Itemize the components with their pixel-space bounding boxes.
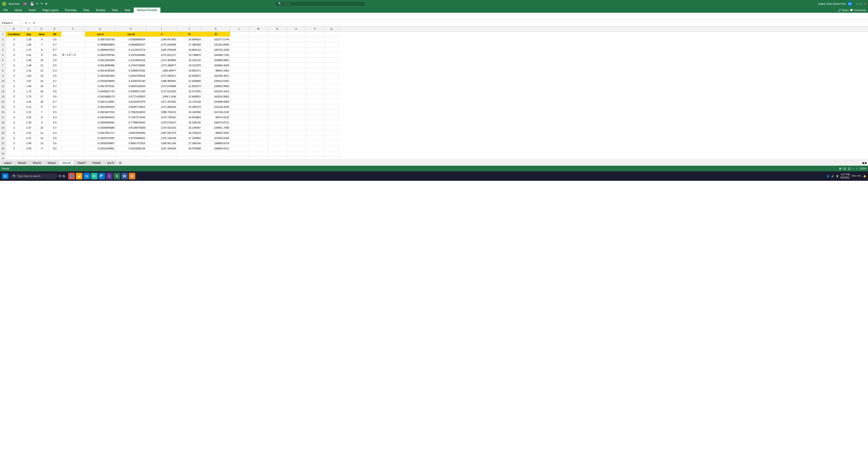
- cell-j24[interactable]: [177, 151, 202, 156]
- cell-d17[interactable]: 8: [35, 115, 49, 120]
- cell-p6[interactable]: [306, 58, 325, 63]
- cell-g7[interactable]: -0.3913088486: [85, 63, 116, 68]
- cell-p16[interactable]: [306, 109, 325, 115]
- cell-g23[interactable]: -0.3931429461: [85, 146, 116, 151]
- cell-c6[interactable]: 1.45: [23, 58, 35, 63]
- cell-o17[interactable]: [287, 115, 306, 120]
- scroll-right-icon[interactable]: ▶: [865, 161, 867, 165]
- cell-c17[interactable]: 2.25: [23, 115, 35, 120]
- tab-sheet4[interactable]: Sheet4: [15, 161, 29, 165]
- cell-i23[interactable]: 1297.194164: [147, 146, 177, 151]
- cell-m2[interactable]: [249, 37, 268, 42]
- cell-p19[interactable]: [306, 125, 325, 130]
- cell-h1[interactable]: cos Ø: [116, 32, 147, 37]
- cell-b23[interactable]: 3: [6, 146, 23, 151]
- cell-h14[interactable]: 0.6218297975: [116, 99, 147, 104]
- cell-h20[interactable]: 0.8447944945: [116, 130, 147, 135]
- cell-o22[interactable]: [287, 141, 306, 146]
- cell-m11[interactable]: [249, 84, 268, 89]
- col-header-i[interactable]: I: [146, 26, 177, 31]
- cell-b19[interactable]: 2: [6, 125, 23, 130]
- cell-i14[interactable]: 1271.207302: [147, 99, 177, 104]
- cell-i6[interactable]: 1272.463993: [147, 58, 177, 63]
- cell-d8[interactable]: 12: [35, 68, 49, 73]
- cell-m22[interactable]: [249, 141, 268, 146]
- cell-g19[interactable]: -0.3926845680: [85, 125, 116, 130]
- cell-d19[interactable]: 10: [35, 125, 49, 130]
- cell-l16[interactable]: [230, 109, 249, 115]
- cell-n18[interactable]: [268, 120, 287, 125]
- cell-m18[interactable]: [249, 120, 268, 125]
- search-bar[interactable]: 🔍: [275, 1, 365, 6]
- cell-h7[interactable]: 0.2764732093: [116, 63, 147, 68]
- cell-o4[interactable]: [287, 47, 306, 53]
- cell-m16[interactable]: [249, 109, 268, 115]
- cell-h3[interactable]: 0.0566892527: [116, 42, 147, 47]
- cell-g2[interactable]: -0.3907353738: [85, 37, 116, 42]
- cell-h4[interactable]: 0.1123327274: [116, 47, 147, 53]
- cell-f12[interactable]: [61, 89, 85, 94]
- cell-l5[interactable]: [230, 53, 249, 58]
- cell-n11[interactable]: [268, 84, 287, 89]
- cell-j3[interactable]: 17.386369: [177, 42, 202, 47]
- cell-e20[interactable]: 0.3: [49, 130, 61, 135]
- tab-file[interactable]: File: [0, 7, 11, 13]
- cell-c10[interactable]: 1.67: [23, 78, 35, 84]
- cell-g5[interactable]: -0.3910794769: [85, 53, 116, 58]
- cell-j6[interactable]: 19.202120: [177, 58, 202, 63]
- tab-output[interactable]: output: [1, 161, 14, 165]
- cell-d24[interactable]: [35, 151, 49, 156]
- cell-b7[interactable]: 3: [6, 63, 23, 68]
- cell-f2[interactable]: [61, 37, 85, 42]
- col-header-g[interactable]: G: [85, 26, 116, 31]
- cell-f6[interactable]: [61, 58, 85, 63]
- col-header-n[interactable]: N: [268, 26, 287, 31]
- cell-e12[interactable]: 0.5: [49, 89, 61, 94]
- cell-i17[interactable]: 1270.736181: [147, 115, 177, 120]
- autosave-toggle[interactable]: Off: [22, 2, 28, 5]
- cell-c11[interactable]: 1.66: [23, 84, 35, 89]
- cancel-icon[interactable]: ✕: [25, 21, 27, 25]
- network-icon[interactable]: 🌐: [827, 175, 829, 177]
- cell-d16[interactable]: 7: [35, 109, 49, 115]
- cell-l11[interactable]: [230, 84, 249, 89]
- cell-k21[interactable]: 157064.0390: [202, 135, 230, 141]
- tab-home[interactable]: Home: [11, 7, 25, 13]
- cell-e15[interactable]: 0.7: [49, 104, 61, 109]
- cell-q10[interactable]: [325, 78, 339, 84]
- cell-c5[interactable]: 1.41: [23, 53, 35, 58]
- cell-n12[interactable]: [268, 89, 287, 94]
- cell-f20[interactable]: [61, 130, 85, 135]
- cell-o8[interactable]: [287, 68, 306, 73]
- cell-e18[interactable]: 0.5: [49, 120, 61, 125]
- cell-i16[interactable]: 1288.703213: [147, 109, 177, 115]
- cell-d13[interactable]: 17: [35, 94, 49, 99]
- cell-b24[interactable]: [6, 151, 23, 156]
- cell-d5[interactable]: 9: [35, 53, 49, 58]
- app-icon-chrome[interactable]: 🌐: [68, 173, 75, 179]
- cell-o20[interactable]: [287, 130, 306, 135]
- cell-o10[interactable]: [287, 78, 306, 84]
- cell-j5[interactable]: 18.748870: [177, 53, 202, 58]
- cell-m13[interactable]: [249, 94, 268, 99]
- cell-o21[interactable]: [287, 135, 306, 141]
- col-header-h[interactable]: H: [116, 26, 146, 31]
- cell-k19[interactable]: 220951.7058: [202, 125, 230, 130]
- cell-p24[interactable]: [306, 151, 325, 156]
- cell-i4[interactable]: 1245.378249: [147, 47, 177, 53]
- cell-p20[interactable]: [306, 130, 325, 135]
- cell-j7[interactable]: 19.313370: [177, 63, 202, 68]
- cell-h18[interactable]: 0.7798834932: [116, 120, 147, 125]
- close-button[interactable]: ✕: [863, 2, 866, 6]
- tab-sheet6[interactable]: Sheet6: [89, 161, 104, 165]
- cell-b8[interactable]: 4: [6, 68, 23, 73]
- cell-o24[interactable]: [287, 151, 306, 156]
- cell-n25[interactable]: [268, 156, 287, 159]
- tab-sheet5-active[interactable]: Sheet5: [59, 161, 74, 165]
- cell-q16[interactable]: [325, 109, 339, 115]
- cell-d20[interactable]: 11: [35, 130, 49, 135]
- cell-g20[interactable]: -0.3927991717: [85, 130, 116, 135]
- cell-j11[interactable]: 21.810374: [177, 84, 202, 89]
- cell-i20[interactable]: 1287.041374: [147, 130, 177, 135]
- cell-n2[interactable]: [268, 37, 287, 42]
